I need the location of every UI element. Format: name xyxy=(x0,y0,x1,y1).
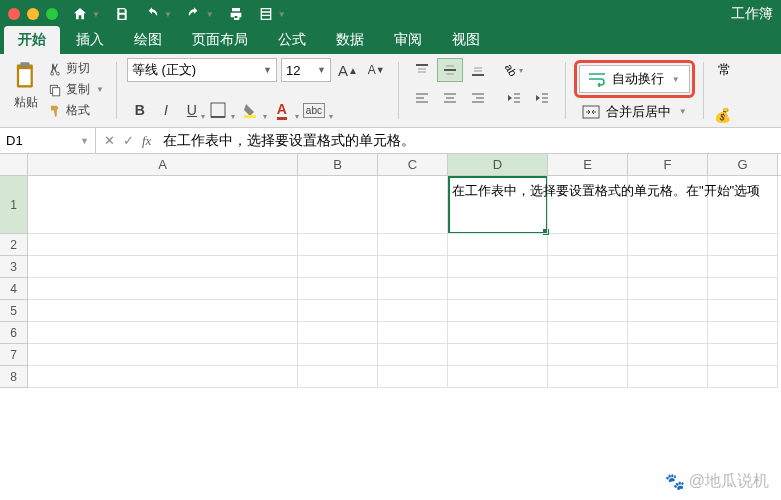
column-header[interactable]: D xyxy=(448,154,548,175)
row-header[interactable]: 1 xyxy=(0,176,28,234)
column-header[interactable]: E xyxy=(548,154,628,175)
fill-color-button[interactable]: ▾ xyxy=(237,97,263,123)
tab-review[interactable]: 审阅 xyxy=(380,26,436,54)
cell[interactable] xyxy=(708,234,778,256)
tab-formulas[interactable]: 公式 xyxy=(264,26,320,54)
cell[interactable] xyxy=(28,234,298,256)
font-name-combo[interactable]: 等线 (正文)▼ xyxy=(127,58,277,82)
cell[interactable] xyxy=(448,278,548,300)
home-icon[interactable]: ▼ xyxy=(72,6,100,22)
row-header[interactable]: 4 xyxy=(0,278,28,300)
decrease-indent-button[interactable] xyxy=(501,86,527,110)
select-all-corner[interactable] xyxy=(0,154,28,175)
tab-insert[interactable]: 插入 xyxy=(62,26,118,54)
cell[interactable] xyxy=(708,278,778,300)
save-icon[interactable] xyxy=(114,6,130,22)
align-center-button[interactable] xyxy=(437,86,463,110)
cell[interactable] xyxy=(548,256,628,278)
cell[interactable] xyxy=(448,366,548,388)
cell[interactable] xyxy=(548,234,628,256)
align-bottom-button[interactable] xyxy=(465,58,491,82)
worksheet-grid[interactable]: ABCDEFG 1在工作表中，选择要设置格式的单元格。在"开始"选项234567… xyxy=(0,154,781,388)
close-icon[interactable] xyxy=(8,8,20,20)
align-top-button[interactable] xyxy=(409,58,435,82)
format-painter-button[interactable]: 格式 xyxy=(46,100,106,121)
cell[interactable] xyxy=(448,322,548,344)
cell[interactable] xyxy=(378,256,448,278)
row-header[interactable]: 7 xyxy=(0,344,28,366)
cell[interactable] xyxy=(708,366,778,388)
number-format[interactable]: 常 xyxy=(714,58,744,82)
tab-data[interactable]: 数据 xyxy=(322,26,378,54)
undo-icon[interactable]: ▼ xyxy=(144,6,172,22)
cancel-icon[interactable]: ✕ xyxy=(104,133,115,148)
print-icon[interactable] xyxy=(228,6,244,22)
cell[interactable] xyxy=(628,344,708,366)
cell[interactable] xyxy=(28,256,298,278)
row-header[interactable]: 5 xyxy=(0,300,28,322)
cell[interactable] xyxy=(448,256,548,278)
column-header[interactable]: C xyxy=(378,154,448,175)
column-header[interactable]: F xyxy=(628,154,708,175)
italic-button[interactable]: I xyxy=(153,97,179,123)
column-header[interactable]: B xyxy=(298,154,378,175)
cell[interactable] xyxy=(378,176,448,234)
sheet-icon[interactable]: ▼ xyxy=(258,6,286,22)
cell[interactable] xyxy=(548,278,628,300)
cell[interactable] xyxy=(28,322,298,344)
cell[interactable] xyxy=(298,344,378,366)
cell[interactable] xyxy=(298,176,378,234)
bold-button[interactable]: B xyxy=(127,97,153,123)
cell[interactable] xyxy=(378,278,448,300)
cell[interactable] xyxy=(28,278,298,300)
cell[interactable] xyxy=(628,366,708,388)
cell[interactable] xyxy=(548,366,628,388)
merge-center-button[interactable]: 合并后居中▼ xyxy=(574,102,695,121)
orientation-button[interactable]: ab▾ xyxy=(501,58,527,82)
align-middle-button[interactable] xyxy=(437,58,463,82)
cell[interactable] xyxy=(628,234,708,256)
font-size-combo[interactable]: 12▼ xyxy=(281,58,331,82)
cell[interactable] xyxy=(378,366,448,388)
cell[interactable] xyxy=(448,344,548,366)
cell[interactable] xyxy=(548,344,628,366)
increase-indent-button[interactable] xyxy=(529,86,555,110)
redo-icon[interactable]: ▼ xyxy=(186,6,214,22)
border-button[interactable]: ▾ xyxy=(205,97,231,123)
phonetic-button[interactable]: abc▾ xyxy=(301,97,327,123)
align-right-button[interactable] xyxy=(465,86,491,110)
row-header[interactable]: 2 xyxy=(0,234,28,256)
cell[interactable] xyxy=(298,256,378,278)
cell[interactable] xyxy=(548,322,628,344)
cell[interactable] xyxy=(28,344,298,366)
minimize-icon[interactable] xyxy=(27,8,39,20)
row-header[interactable]: 8 xyxy=(0,366,28,388)
currency-icon[interactable]: 💰 xyxy=(714,107,731,123)
cut-button[interactable]: 剪切 xyxy=(46,58,106,79)
column-header[interactable]: G xyxy=(708,154,778,175)
copy-button[interactable]: 复制▼ xyxy=(46,79,106,100)
row-header[interactable]: 3 xyxy=(0,256,28,278)
tab-view[interactable]: 视图 xyxy=(438,26,494,54)
cell[interactable] xyxy=(628,322,708,344)
decrease-font-button[interactable]: A▼ xyxy=(365,63,388,77)
row-header[interactable]: 6 xyxy=(0,322,28,344)
cell[interactable] xyxy=(708,300,778,322)
cell[interactable] xyxy=(28,176,298,234)
cell[interactable] xyxy=(448,300,548,322)
cell[interactable] xyxy=(708,344,778,366)
cell[interactable]: 在工作表中，选择要设置格式的单元格。在"开始"选项 xyxy=(448,176,548,234)
align-left-button[interactable] xyxy=(409,86,435,110)
fx-icon[interactable]: fx xyxy=(142,133,151,149)
cell[interactable] xyxy=(628,256,708,278)
cell[interactable] xyxy=(298,278,378,300)
column-header[interactable]: A xyxy=(28,154,298,175)
cell[interactable] xyxy=(298,300,378,322)
cell[interactable] xyxy=(28,366,298,388)
name-box[interactable]: D1▼ xyxy=(0,128,96,153)
cell[interactable] xyxy=(448,234,548,256)
cell[interactable] xyxy=(378,322,448,344)
cell[interactable] xyxy=(298,366,378,388)
tab-layout[interactable]: 页面布局 xyxy=(178,26,262,54)
cell[interactable] xyxy=(378,344,448,366)
